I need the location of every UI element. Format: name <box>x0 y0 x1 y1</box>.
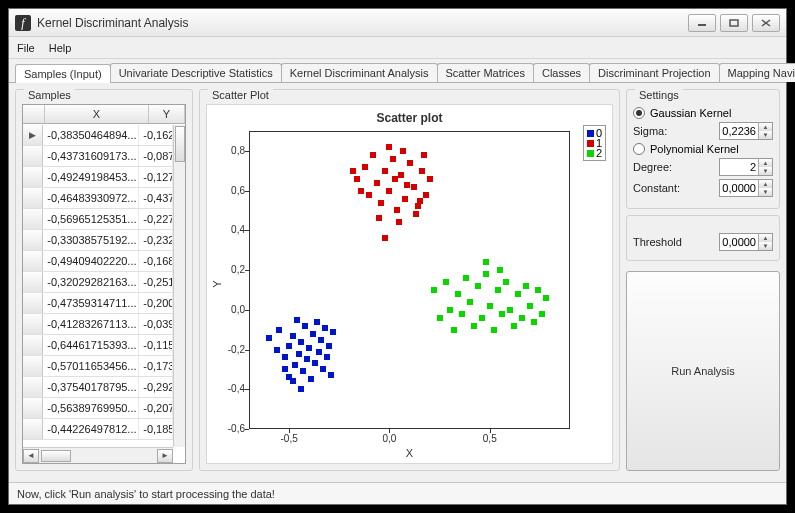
table-row[interactable]: -0,47359314711... -0,200 <box>23 293 173 314</box>
table-row[interactable]: -0,32029282163... -0,251 <box>23 272 173 293</box>
tab-scatter-matrices[interactable]: Scatter Matrices <box>437 63 534 82</box>
cell-y[interactable]: -0,200 <box>139 293 173 313</box>
samples-grid[interactable]: X Y ▶ -0,38350464894... -0,162 -0,437316… <box>22 104 186 464</box>
table-row[interactable]: -0,49249198453... -0,127 <box>23 167 173 188</box>
cell-y[interactable]: -0,207 <box>139 398 173 418</box>
data-point <box>274 347 280 353</box>
legend-item: 2 <box>587 148 602 158</box>
table-row[interactable]: -0,41283267113... -0,039 <box>23 314 173 335</box>
app-icon: f <box>15 15 31 31</box>
sigma-input[interactable]: 0,2236▲▼ <box>719 122 773 140</box>
scroll-right-icon[interactable]: ► <box>157 449 173 463</box>
grid-hscroll[interactable]: ◄ ► <box>23 447 173 463</box>
cell-x[interactable]: -0,56389769950... <box>43 398 139 418</box>
cell-x[interactable]: -0,47359314711... <box>43 293 139 313</box>
legend: 012 <box>583 125 606 161</box>
cell-x[interactable]: -0,32029282163... <box>43 272 139 292</box>
cell-y[interactable]: -0,251 <box>139 272 173 292</box>
row-header <box>23 230 43 250</box>
run-analysis-button[interactable]: Run Analysis <box>626 271 780 471</box>
cell-y[interactable]: -0,185 <box>139 419 173 439</box>
cell-x[interactable]: -0,46483930972... <box>43 188 139 208</box>
cell-y[interactable]: -0,115 <box>139 335 173 355</box>
legend-swatch <box>587 140 594 147</box>
cell-x[interactable]: -0,33038575192... <box>43 230 139 250</box>
tab-univariate-descriptive-statistics[interactable]: Univariate Descriptive Statistics <box>110 63 282 82</box>
cell-x[interactable]: -0,64461715393... <box>43 335 139 355</box>
table-row[interactable]: -0,37540178795... -0,292 <box>23 377 173 398</box>
tab-samples-input-[interactable]: Samples (Input) <box>15 64 111 83</box>
cell-y[interactable]: -0,168 <box>139 251 173 271</box>
cell-x[interactable]: -0,43731609173... <box>43 146 139 166</box>
grid-vscroll[interactable] <box>173 125 185 447</box>
data-point <box>471 323 477 329</box>
cell-y[interactable]: -0,227 <box>139 209 173 229</box>
table-row[interactable]: -0,57011653456... -0,173 <box>23 356 173 377</box>
col-header-x[interactable]: X <box>45 105 149 123</box>
scroll-left-icon[interactable]: ◄ <box>23 449 39 463</box>
y-tick: -0,6 <box>217 423 245 434</box>
close-button[interactable] <box>752 14 780 32</box>
tab-kernel-discriminant-analysis[interactable]: Kernel Discriminant Analysis <box>281 63 438 82</box>
cell-y[interactable]: -0,162 <box>139 125 173 145</box>
cell-x[interactable]: -0,57011653456... <box>43 356 139 376</box>
cell-y[interactable]: -0,173 <box>139 356 173 376</box>
data-point <box>423 192 429 198</box>
tab-discriminant-projection[interactable]: Discriminant Projection <box>589 63 719 82</box>
table-row[interactable]: -0,33038575192... -0,232 <box>23 230 173 251</box>
col-header-y[interactable]: Y <box>149 105 185 123</box>
row-header <box>23 377 43 397</box>
data-point <box>382 235 388 241</box>
table-row[interactable]: -0,64461715393... -0,115 <box>23 335 173 356</box>
y-tick: 0,0 <box>217 304 245 315</box>
cell-y[interactable]: -0,087 <box>139 146 173 166</box>
data-point <box>407 160 413 166</box>
cell-y[interactable]: -0,292 <box>139 377 173 397</box>
cell-x[interactable]: -0,41283267113... <box>43 314 139 334</box>
constant-input[interactable]: 0,0000▲▼ <box>719 179 773 197</box>
data-point <box>511 323 517 329</box>
y-axis-label: Y <box>211 280 223 287</box>
data-point <box>417 198 423 204</box>
table-row[interactable]: -0,44226497812... -0,185 <box>23 419 173 440</box>
menubar: File Help <box>9 37 786 59</box>
table-row[interactable]: -0,56965125351... -0,227 <box>23 209 173 230</box>
table-row[interactable]: -0,46483930972... -0,437 <box>23 188 173 209</box>
data-point <box>282 366 288 372</box>
polynomial-radio[interactable]: Polynomial Kernel <box>633 143 773 155</box>
cell-x[interactable]: -0,49409402220... <box>43 251 139 271</box>
data-point <box>497 267 503 273</box>
cell-x[interactable]: -0,56965125351... <box>43 209 139 229</box>
cell-y[interactable]: -0,232 <box>139 230 173 250</box>
row-header <box>23 293 43 313</box>
maximize-button[interactable] <box>720 14 748 32</box>
cell-y[interactable]: -0,039 <box>139 314 173 334</box>
menu-file[interactable]: File <box>17 42 35 54</box>
cell-y[interactable]: -0,437 <box>139 188 173 208</box>
spinner-down-icon: ▼ <box>758 131 772 139</box>
threshold-input[interactable]: 0,0000▲▼ <box>719 233 773 251</box>
table-row[interactable]: -0,49409402220... -0,168 <box>23 251 173 272</box>
tab-mapping-navigation[interactable]: Mapping Navigation <box>719 63 795 82</box>
row-header <box>23 167 43 187</box>
gaussian-radio[interactable]: Gaussian Kernel <box>633 107 773 119</box>
table-row[interactable]: ▶ -0,38350464894... -0,162 <box>23 125 173 146</box>
plot-title: Scatter Plot <box>208 89 273 101</box>
cell-x[interactable]: -0,38350464894... <box>43 125 139 145</box>
menu-help[interactable]: Help <box>49 42 72 54</box>
minimize-button[interactable] <box>688 14 716 32</box>
cell-x[interactable]: -0,37540178795... <box>43 377 139 397</box>
data-point <box>404 182 410 188</box>
table-row[interactable]: -0,56389769950... -0,207 <box>23 398 173 419</box>
data-point <box>276 327 282 333</box>
tab-classes[interactable]: Classes <box>533 63 590 82</box>
data-point <box>298 386 304 392</box>
cell-y[interactable]: -0,127 <box>139 167 173 187</box>
table-row[interactable]: -0,43731609173... -0,087 <box>23 146 173 167</box>
degree-input[interactable]: 2▲▼ <box>719 158 773 176</box>
cell-x[interactable]: -0,44226497812... <box>43 419 139 439</box>
data-point <box>421 152 427 158</box>
cell-x[interactable]: -0,49249198453... <box>43 167 139 187</box>
data-point <box>535 287 541 293</box>
scatter-plot: Scatter plot 012 Y X -0,6-0,4-0,20,00,20… <box>206 104 613 464</box>
